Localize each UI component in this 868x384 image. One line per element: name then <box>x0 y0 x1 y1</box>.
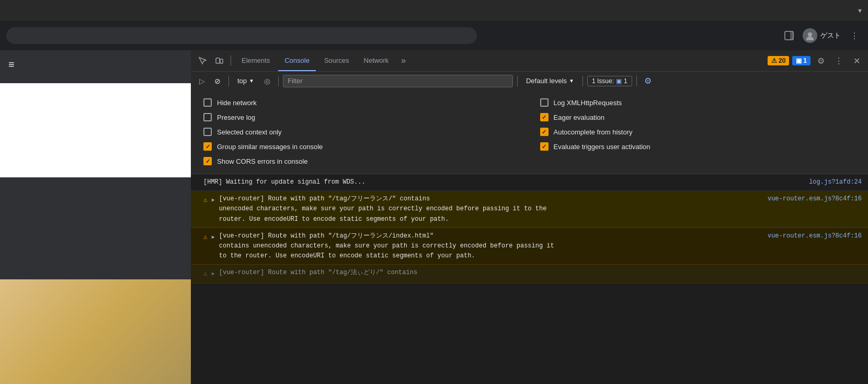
svg-point-3 <box>806 37 814 40</box>
checkbox-show-cors[interactable] <box>203 157 212 165</box>
label-hide-network: Hide network <box>217 99 257 107</box>
tab-more-button[interactable]: » <box>397 50 410 71</box>
message-row-1: ⚠ ▶ [vue-router] Route with path "/tag/フ… <box>203 194 862 224</box>
label-preserve-log: Preserve log <box>217 114 255 121</box>
warning-icon-1: ⚠ <box>203 195 208 206</box>
checkbox-selected-context[interactable] <box>203 128 212 136</box>
console-message-warning-1: ⚠ ▶ [vue-router] Route with path "/tag/フ… <box>191 191 868 228</box>
label-evaluate-triggers: Evaluate triggers user activation <box>554 143 650 151</box>
label-selected-context: Selected context only <box>217 128 282 136</box>
chrome-top-bar: ▾ <box>0 0 868 21</box>
context-selector[interactable]: top ▼ <box>233 76 258 86</box>
page-image <box>0 279 191 384</box>
info-count: 1 <box>803 57 807 64</box>
console-settings-panel: Hide network Log XMLHttpRequests Preserv… <box>191 90 868 174</box>
warning-badge[interactable]: ⚠ 20 <box>768 56 789 65</box>
toolbar-right: ゲスト ⋮ <box>782 28 862 43</box>
settings-grid: Hide network Log XMLHttpRequests Preserv… <box>203 98 855 165</box>
settings-row-log-xmlhttp: Log XMLHttpRequests <box>540 98 856 107</box>
devtools-panel: Elements Console Sources Network » ⚠ 20 … <box>191 50 868 384</box>
settings-row-selected-context: Selected context only <box>203 128 519 136</box>
eye-button[interactable]: ◎ <box>260 74 274 88</box>
issues-label: 1 Issue: <box>592 77 614 85</box>
warning-count: 20 <box>779 57 785 64</box>
context-arrow-icon: ▼ <box>249 78 254 84</box>
label-log-xmlhttp: Log XMLHttpRequests <box>554 99 622 107</box>
page-content-bottom <box>0 279 191 384</box>
hamburger-icon[interactable]: ≡ <box>0 50 191 79</box>
info-badge[interactable]: ▣ 1 <box>792 56 810 65</box>
checkbox-log-xmlhttp[interactable] <box>540 98 549 107</box>
address-bar[interactable] <box>6 27 477 44</box>
warning-icon: ⚠ <box>771 57 777 64</box>
checkbox-hide-network[interactable] <box>203 98 212 107</box>
warning-icon-2: ⚠ <box>203 232 208 243</box>
levels-dropdown[interactable]: Default levels ▼ <box>522 76 578 86</box>
inspect-element-button[interactable] <box>195 53 210 68</box>
checkbox-eager-evaluation[interactable] <box>540 113 549 121</box>
label-eager-evaluation: Eager evaluation <box>554 114 605 121</box>
devtools-settings-button[interactable]: ⚙ <box>814 53 828 68</box>
console-message-warning-2: ⚠ ▶ [vue-router] Route with path "/tag/フ… <box>191 228 868 265</box>
message-row: [HMR] Waiting for update signal from WDS… <box>203 177 862 187</box>
devtools-close-button[interactable]: ✕ <box>849 53 864 68</box>
tab-sources[interactable]: Sources <box>318 50 356 71</box>
checkbox-autocomplete-history[interactable] <box>540 128 549 136</box>
context-label: top <box>237 77 247 85</box>
settings-row-hide-network: Hide network <box>203 98 519 107</box>
toolbar-divider <box>229 76 229 86</box>
checkbox-evaluate-triggers[interactable] <box>540 142 549 151</box>
toolbar-divider-3 <box>517 76 518 86</box>
browser-toolbar: ゲスト ⋮ <box>0 21 868 50</box>
devtools-right-actions: ⚠ 20 ▣ 1 ⚙ ⋮ ✕ <box>768 53 864 68</box>
settings-row-show-cors: Show CORS errors in console <box>203 157 519 165</box>
message-text-1: [vue-router] Route with path "/tag/フリーラン… <box>219 194 763 224</box>
filter-input[interactable] <box>283 75 513 87</box>
sidebar-toggle-button[interactable] <box>782 28 796 43</box>
message-row-3: ⚠ ▶ [vue-router] Route with path "/tag/法… <box>203 268 862 280</box>
message-text: [HMR] Waiting for update signal from WDS… <box>203 177 805 187</box>
tab-divider <box>231 55 231 66</box>
issues-count: 1 <box>624 77 627 85</box>
tab-network[interactable]: Network <box>358 50 395 71</box>
clear-console-button[interactable]: ▷ <box>195 74 209 88</box>
left-panel: ≡ <box>0 50 191 384</box>
label-show-cors: Show CORS errors in console <box>217 157 307 165</box>
settings-row-group-similar: Group similar messages in console <box>203 142 519 151</box>
console-message-warning-3: ⚠ ▶ [vue-router] Route with path "/tag/法… <box>191 265 868 284</box>
settings-row-evaluate-triggers: Evaluate triggers user activation <box>540 142 856 151</box>
message-link-2[interactable]: vue-router.esm.js?8c4f:16 <box>768 231 862 241</box>
no-entry-button[interactable]: ⊘ <box>211 74 224 88</box>
label-autocomplete-history: Autocomplete from history <box>554 128 633 136</box>
message-row-2: ⚠ ▶ [vue-router] Route with path "/tag/フ… <box>203 231 862 262</box>
expand-arrow-2[interactable]: ▶ <box>212 233 215 242</box>
profile-button[interactable]: ゲスト <box>803 28 841 43</box>
checkbox-group-similar[interactable] <box>203 142 212 151</box>
settings-row-preserve-log: Preserve log <box>203 113 519 121</box>
console-output: [HMR] Waiting for update signal from WDS… <box>191 174 868 384</box>
devtools-more-button[interactable]: ⋮ <box>831 53 846 68</box>
message-text-3: [vue-router] Route with path "/tag/法ぃどり/… <box>219 268 862 278</box>
toolbar-divider-2 <box>278 76 279 86</box>
message-text-2: [vue-router] Route with path "/tag/フリーラン… <box>219 231 763 262</box>
levels-label: Default levels <box>526 77 567 85</box>
message-link-1[interactable]: vue-router.esm.js?8c4f:16 <box>768 194 862 204</box>
svg-rect-5 <box>220 59 223 63</box>
toolbar-divider-5 <box>636 76 637 86</box>
chevron-down-icon: ▾ <box>858 6 862 15</box>
toolbar-divider-4 <box>583 76 583 86</box>
expand-arrow-1[interactable]: ▶ <box>212 196 215 205</box>
console-message-hmr: [HMR] Waiting for update signal from WDS… <box>191 174 868 191</box>
checkbox-preserve-log[interactable] <box>203 113 212 121</box>
device-toolbar-button[interactable] <box>212 53 226 68</box>
expand-arrow-3[interactable]: ▶ <box>212 270 215 278</box>
console-settings-button[interactable]: ⚙ <box>641 74 655 88</box>
issues-badge[interactable]: 1 Issue: ▣ 1 <box>587 76 632 86</box>
warning-icon-3: ⚠ <box>203 269 208 280</box>
settings-row-eager-evaluation: Eager evaluation <box>540 113 856 121</box>
tab-elements[interactable]: Elements <box>235 50 276 71</box>
tab-console[interactable]: Console <box>278 50 316 71</box>
message-link-0[interactable]: log.js?1afd:24 <box>809 177 862 187</box>
devtools-tab-bar: Elements Console Sources Network » ⚠ 20 … <box>191 50 868 71</box>
chrome-more-button[interactable]: ⋮ <box>847 28 862 43</box>
